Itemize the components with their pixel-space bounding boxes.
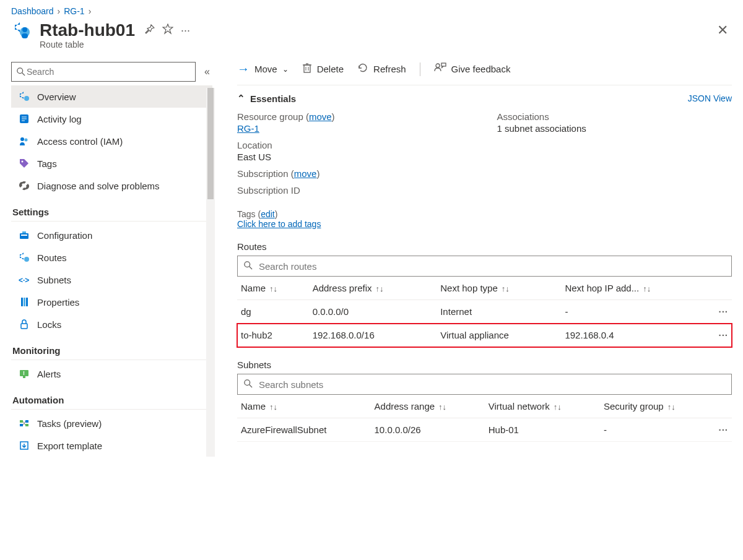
column-header[interactable]: Security group↑↓ — [600, 395, 713, 418]
nav-icon: ! — [19, 368, 30, 379]
nav-icon — [19, 296, 30, 308]
sidebar-scrollbar[interactable] — [206, 88, 215, 457]
chevron-down-icon: ⌄ — [282, 65, 289, 74]
table-cell: Virtual appliance — [437, 324, 561, 347]
table-cell: Hub-01 — [485, 418, 600, 442]
sidebar-item[interactable]: Properties — [11, 291, 212, 313]
svg-point-12 — [22, 161, 24, 163]
column-header[interactable]: Name↑↓ — [237, 395, 371, 418]
sidebar-item-label: Subnets — [37, 275, 71, 285]
sidebar-item[interactable]: <·>Subnets — [11, 269, 212, 291]
table-cell: dg — [237, 300, 309, 324]
table-row[interactable]: AzureFirewallSubnet10.0.0.0/26Hub-01-··· — [237, 418, 732, 442]
sort-icon: ↑↓ — [376, 284, 384, 293]
table-cell: 0.0.0.0/0 — [309, 300, 437, 324]
subnets-search-input[interactable] — [258, 379, 725, 390]
nav-icon — [19, 252, 30, 263]
route-table-icon — [11, 20, 32, 41]
routes-table: Name↑↓Address prefix↑↓Next hop type↑↓Nex… — [237, 277, 732, 347]
svg-rect-38 — [441, 63, 446, 66]
sidebar-item[interactable]: Access control (IAM) — [11, 130, 212, 152]
sidebar-item[interactable]: Routes — [11, 246, 212, 269]
column-header[interactable]: Address range↑↓ — [371, 395, 485, 418]
sidebar-item[interactable]: !Alerts — [11, 363, 212, 385]
sidebar-item[interactable]: Export template — [11, 434, 212, 457]
refresh-button[interactable]: Refresh — [357, 62, 406, 75]
breadcrumb-item[interactable]: RG-1 — [64, 6, 84, 16]
svg-rect-27 — [25, 420, 28, 423]
toolbar: → Move ⌄ Delete Refresh Give feedback — [237, 62, 732, 85]
routes-search-input[interactable] — [258, 261, 725, 272]
sidebar-item[interactable]: Tags — [11, 152, 212, 174]
sidebar-item[interactable]: Activity log — [11, 108, 212, 130]
add-tags-link[interactable]: Click here to add tags — [237, 219, 321, 229]
subnets-search[interactable] — [237, 374, 732, 395]
json-view-link[interactable]: JSON View — [688, 93, 732, 103]
essentials-toggle[interactable]: ⌃ Essentials — [237, 93, 296, 104]
page-subtitle: Route table — [40, 40, 732, 50]
close-icon[interactable]: ✕ — [717, 22, 732, 38]
sidebar-item[interactable]: Tasks (preview) — [11, 412, 212, 434]
table-cell: AzureFirewallSubnet — [237, 418, 371, 442]
column-header[interactable]: Next hop IP add...↑↓ — [561, 277, 713, 300]
sort-icon: ↑↓ — [667, 402, 676, 411]
sort-icon: ↑↓ — [502, 284, 510, 293]
table-cell: 192.168.0.4 — [561, 324, 713, 347]
row-actions-icon[interactable]: ··· — [713, 300, 732, 324]
feedback-icon — [434, 62, 446, 75]
trash-icon — [302, 62, 312, 75]
sidebar-section-header: Monitoring — [11, 335, 212, 360]
svg-rect-15 — [22, 231, 26, 233]
row-actions-icon[interactable]: ··· — [713, 418, 732, 442]
nav-icon — [19, 319, 30, 330]
search-input[interactable] — [25, 66, 190, 77]
svg-rect-20 — [26, 298, 28, 306]
sidebar-item[interactable]: Diagnose and solve problems — [11, 174, 212, 197]
sidebar-item-label: Export template — [37, 441, 102, 451]
breadcrumb-item[interactable]: Dashboard — [11, 6, 54, 16]
row-actions-icon[interactable]: ··· — [713, 324, 732, 347]
move-button[interactable]: → Move ⌄ — [237, 62, 289, 76]
svg-point-11 — [25, 139, 28, 142]
sidebar-item-label: Diagnose and solve problems — [37, 181, 160, 191]
column-header[interactable]: Next hop type↑↓ — [437, 277, 561, 300]
edit-tags-link[interactable]: edit — [261, 209, 275, 219]
collapse-sidebar-icon[interactable]: « — [202, 64, 212, 80]
sidebar-search[interactable] — [11, 62, 196, 82]
pin-icon[interactable] — [145, 24, 155, 37]
table-row[interactable]: dg0.0.0.0/0Internet-··· — [237, 300, 732, 324]
sidebar-item[interactable]: Configuration — [11, 224, 212, 246]
move-resource-group-link[interactable]: move — [309, 111, 332, 122]
column-header[interactable]: Address prefix↑↓ — [309, 277, 437, 300]
sidebar-item-label: Routes — [37, 252, 67, 263]
svg-line-42 — [250, 384, 252, 387]
page-title: Rtab-hub01 — [40, 20, 135, 40]
sidebar-item[interactable]: Overview — [11, 85, 212, 108]
delete-button[interactable]: Delete — [302, 62, 344, 75]
svg-point-10 — [20, 137, 24, 141]
sidebar-item-label: Overview — [37, 92, 76, 102]
svg-text:<·>: <·> — [19, 276, 29, 285]
sidebar-item-label: Alerts — [37, 369, 61, 379]
column-header[interactable]: Name↑↓ — [237, 277, 309, 300]
svg-rect-13 — [20, 233, 28, 239]
svg-rect-25 — [20, 420, 23, 423]
column-header[interactable]: Virtual network↑↓ — [485, 395, 600, 418]
sidebar-item[interactable]: Locks — [11, 313, 212, 335]
more-icon[interactable]: ··· — [181, 24, 190, 37]
nav-icon — [19, 418, 30, 429]
feedback-button[interactable]: Give feedback — [434, 62, 511, 75]
sort-icon: ↑↓ — [438, 402, 446, 411]
star-icon[interactable] — [162, 24, 173, 38]
search-icon — [17, 67, 25, 76]
resource-group-link[interactable]: RG-1 — [237, 123, 259, 134]
subnets-table: Name↑↓Address range↑↓Virtual network↑↓Se… — [237, 395, 732, 442]
move-subscription-link[interactable]: move — [294, 168, 317, 179]
routes-search[interactable] — [237, 256, 732, 277]
search-icon — [244, 261, 253, 272]
svg-rect-19 — [24, 298, 25, 306]
sidebar-item-label: Activity log — [37, 114, 82, 124]
table-row[interactable]: to-hub2192.168.0.0/16Virtual appliance19… — [237, 324, 732, 347]
table-cell: - — [561, 300, 713, 324]
svg-rect-26 — [20, 424, 23, 426]
